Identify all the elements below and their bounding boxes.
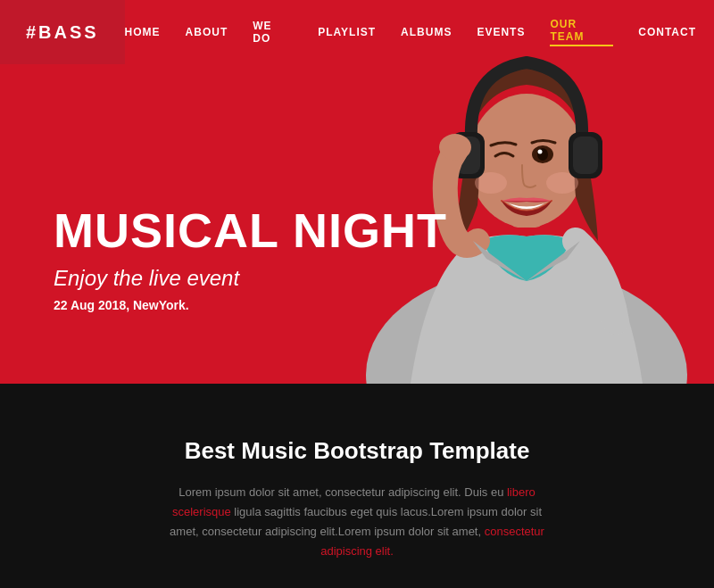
section-link-1[interactable]: libero scelerisque xyxy=(172,485,536,518)
svg-point-13 xyxy=(439,134,471,161)
nav-home[interactable]: HOME xyxy=(125,26,161,38)
nav-albums[interactable]: ALBUMS xyxy=(401,26,452,38)
hero-date: 22 Aug 2018, NewYork. xyxy=(54,298,447,312)
main-nav: HOME ABOUT WE DO PLAYLIST ALBUMS EVENTS … xyxy=(125,18,714,46)
nav-we-do[interactable]: WE DO xyxy=(253,20,293,45)
section-title: Best Music Bootstrap Template xyxy=(18,437,696,465)
nav-events[interactable]: EVENTS xyxy=(477,26,525,38)
header: #BASS HOME ABOUT WE DO PLAYLIST ALBUMS E… xyxy=(0,0,714,64)
hero-content: MUSICAL NIGHT Enjoy the live event 22 Au… xyxy=(54,204,447,312)
nav-about[interactable]: ABOUT xyxy=(186,26,228,38)
nav-contact[interactable]: CONTACT xyxy=(638,26,696,38)
svg-rect-12 xyxy=(573,137,598,174)
logo-box[interactable]: #BASS xyxy=(0,0,125,64)
hero-subtitle: Enjoy the live event xyxy=(54,266,447,291)
logo-text: #BASS xyxy=(26,22,99,43)
nav-our-team[interactable]: OUR TEAM xyxy=(550,18,613,46)
info-section: Best Music Bootstrap Template Lorem ipsu… xyxy=(0,384,714,588)
nav-playlist[interactable]: PLAYLIST xyxy=(318,26,376,38)
svg-point-6 xyxy=(538,150,543,154)
section-link-2[interactable]: consectetur adipiscing elit. xyxy=(320,525,544,558)
section-body: Lorem ipsum dolor sit amet, consectetur … xyxy=(165,483,549,561)
hero-title: MUSICAL NIGHT xyxy=(54,204,447,257)
